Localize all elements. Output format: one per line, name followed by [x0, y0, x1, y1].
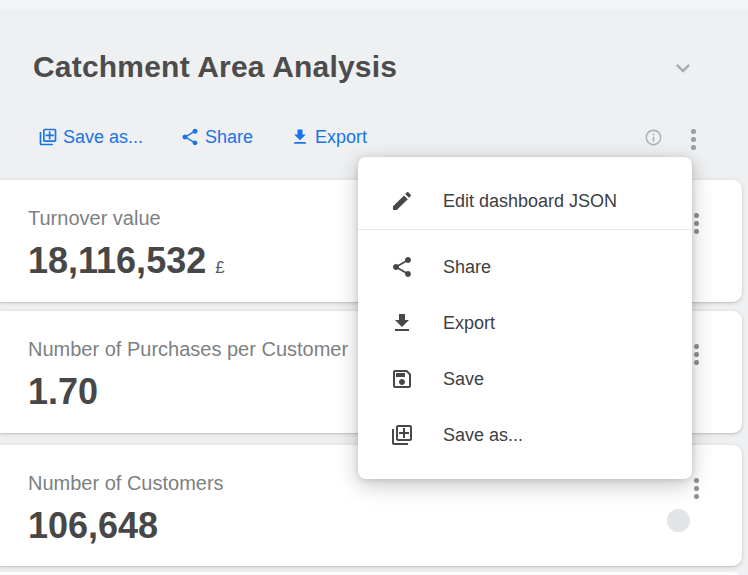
menu-item-save[interactable]: Save — [358, 351, 692, 407]
menu-item-label: Edit dashboard JSON — [443, 190, 617, 212]
kebab-menu-icon — [694, 213, 699, 218]
export-label: Export — [315, 126, 367, 148]
loading-indicator-dot — [667, 509, 690, 532]
menu-item-label: Export — [443, 312, 495, 334]
context-menu: Edit dashboard JSON Share Export Save Sa… — [358, 157, 692, 479]
save-as-icon — [38, 127, 58, 147]
pencil-icon — [390, 189, 414, 213]
menu-item-share[interactable]: Share — [358, 239, 692, 295]
share-label: Share — [205, 126, 253, 148]
menu-item-label: Save as... — [443, 424, 523, 446]
kebab-menu-icon — [694, 478, 699, 483]
export-button[interactable]: Export — [290, 126, 367, 148]
kpi-unit: £ — [215, 258, 224, 278]
dashboard-toolbar: Save as... Share Export — [38, 126, 367, 148]
dashboard-menu-button[interactable] — [689, 127, 698, 152]
download-icon — [290, 127, 310, 147]
info-icon — [644, 128, 663, 147]
top-strip — [0, 0, 748, 9]
save-as-icon — [390, 423, 414, 447]
kpi-value-row: 106,648 — [28, 506, 742, 546]
kpi-value: 18,116,532 — [28, 241, 206, 281]
menu-item-export[interactable]: Export — [358, 295, 692, 351]
download-icon — [390, 311, 414, 335]
kebab-menu-icon — [691, 129, 696, 134]
kpi-value: 1.70 — [28, 372, 98, 412]
save-as-button[interactable]: Save as... — [38, 126, 143, 148]
collapse-header-button[interactable] — [669, 54, 697, 82]
chevron-down-icon — [669, 54, 697, 82]
info-button[interactable] — [644, 128, 663, 147]
save-as-label: Save as... — [63, 126, 143, 148]
menu-item-label: Save — [443, 368, 484, 390]
share-icon — [180, 127, 200, 147]
menu-item-label: Share — [443, 256, 491, 278]
card-menu-button[interactable] — [692, 342, 701, 367]
kebab-menu-icon — [694, 344, 699, 349]
share-icon — [390, 255, 414, 279]
menu-item-edit-dashboard-json[interactable]: Edit dashboard JSON — [358, 173, 692, 229]
save-icon — [390, 367, 414, 391]
menu-item-save-as[interactable]: Save as... — [358, 407, 692, 463]
menu-divider — [358, 229, 692, 230]
card-menu-button[interactable] — [692, 476, 701, 501]
kpi-value: 106,648 — [28, 506, 158, 546]
card-menu-button[interactable] — [692, 211, 701, 236]
page-title: Catchment Area Analysis — [33, 50, 397, 84]
share-button[interactable]: Share — [180, 126, 253, 148]
